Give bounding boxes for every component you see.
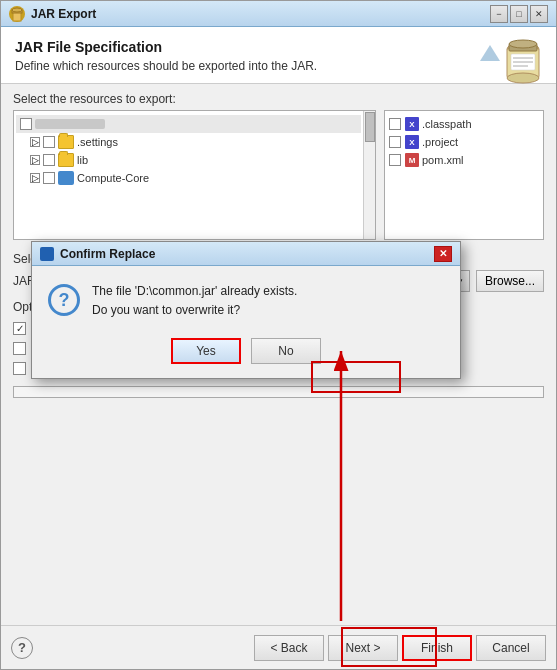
decorative-triangle (480, 45, 500, 61)
file-label-project: .project (422, 136, 458, 148)
option-checkbox-dir[interactable] (13, 342, 26, 355)
file-label-pom: pom.xml (422, 154, 464, 166)
question-icon: ? (48, 284, 80, 316)
tree-row-lib: ▷ lib (16, 151, 361, 169)
tree-checkbox-compute[interactable] (43, 172, 55, 184)
header-section: JAR File Specification Define which reso… (1, 27, 556, 84)
project-icon (58, 171, 74, 185)
tree-label-settings: .settings (77, 136, 118, 148)
next-button[interactable]: Next > (328, 635, 398, 661)
x-file-icon-project: X (405, 135, 419, 149)
svg-point-5 (507, 73, 539, 83)
option-checkbox-overwrite[interactable] (13, 362, 26, 375)
header-title: JAR File Specification (15, 39, 542, 55)
finish-button[interactable]: Finish (402, 635, 472, 661)
dialog-title: Confirm Replace (60, 247, 434, 261)
progress-bar (13, 386, 544, 398)
dialog-message: The file 'D:\common.jar' already exists.… (92, 282, 297, 320)
dialog-close-button[interactable]: ✕ (434, 246, 452, 262)
resources-panel: ▷ .settings ▷ lib (13, 110, 544, 240)
dialog-body: ? The file 'D:\common.jar' already exist… (32, 266, 460, 332)
right-checkbox-project[interactable] (389, 136, 401, 148)
folder-icon (58, 135, 74, 149)
option-checkbox-compress[interactable] (13, 322, 26, 335)
dialog-message-line2: Do you want to overwrite it? (92, 301, 297, 320)
no-button[interactable]: No (251, 338, 321, 364)
tree-checkbox-settings[interactable] (43, 136, 55, 148)
right-row-pom: M pom.xml (389, 151, 539, 169)
dialog-title-bar: Confirm Replace ✕ (32, 242, 460, 266)
right-checkbox-pom[interactable] (389, 154, 401, 166)
folder-icon-lib (58, 153, 74, 167)
minimize-button[interactable]: − (490, 5, 508, 23)
tree-expand-lib[interactable]: ▷ (30, 155, 40, 165)
tree-row (16, 115, 361, 133)
yes-button[interactable]: Yes (171, 338, 241, 364)
svg-point-7 (509, 40, 537, 48)
tree-label-blurred (35, 119, 105, 129)
back-button[interactable]: < Back (254, 635, 324, 661)
main-window: JAR Export − □ ✕ JAR File Specification … (0, 0, 557, 670)
title-bar: JAR Export − □ ✕ (1, 1, 556, 27)
window-icon (9, 6, 25, 22)
tree-label-lib: lib (77, 154, 88, 166)
tree-checkbox-lib[interactable] (43, 154, 55, 166)
dialog-message-line1: The file 'D:\common.jar' already exists. (92, 282, 297, 301)
progress-area (13, 386, 544, 400)
tree-panel: ▷ .settings ▷ lib (13, 110, 376, 240)
right-panel: X .classpath X .project M pom.xml (384, 110, 544, 240)
dialog-icon (40, 247, 54, 261)
tree-label-compute: Compute-Core (77, 172, 149, 184)
maximize-button[interactable]: □ (510, 5, 528, 23)
right-checkbox-classpath[interactable] (389, 118, 401, 130)
button-bar: ? < Back Next > Finish Cancel (1, 625, 556, 669)
window-title: JAR Export (31, 7, 490, 21)
tree-row-settings: ▷ .settings (16, 133, 361, 151)
file-label-classpath: .classpath (422, 118, 472, 130)
tree-expand[interactable]: ▷ (30, 137, 40, 147)
dialog-buttons: Yes No (32, 332, 460, 378)
tree-checkbox[interactable] (20, 118, 32, 130)
close-button[interactable]: ✕ (530, 5, 548, 23)
cancel-button[interactable]: Cancel (476, 635, 546, 661)
help-button[interactable]: ? (11, 637, 33, 659)
tree-expand-compute[interactable]: ▷ (30, 173, 40, 183)
title-controls: − □ ✕ (490, 5, 548, 23)
svg-point-2 (12, 8, 22, 12)
right-row-project: X .project (389, 133, 539, 151)
tree-scrollbar[interactable] (363, 111, 375, 239)
header-subtitle: Define which resources should be exporte… (15, 59, 542, 73)
tree-content: ▷ .settings ▷ lib (14, 111, 363, 191)
resources-label: Select the resources to export: (13, 92, 544, 106)
x-file-icon: X (405, 117, 419, 131)
jar-icon (500, 37, 546, 87)
right-row-classpath: X .classpath (389, 115, 539, 133)
tree-row-compute: ▷ Compute-Core (16, 169, 361, 187)
right-tree-panel: X .classpath X .project M pom.xml (384, 110, 544, 240)
scroll-thumb (365, 112, 375, 142)
confirm-replace-dialog: Confirm Replace ✕ ? The file 'D:\common.… (31, 241, 461, 379)
m-file-icon: M (405, 153, 419, 167)
browse-button[interactable]: Browse... (476, 270, 544, 292)
